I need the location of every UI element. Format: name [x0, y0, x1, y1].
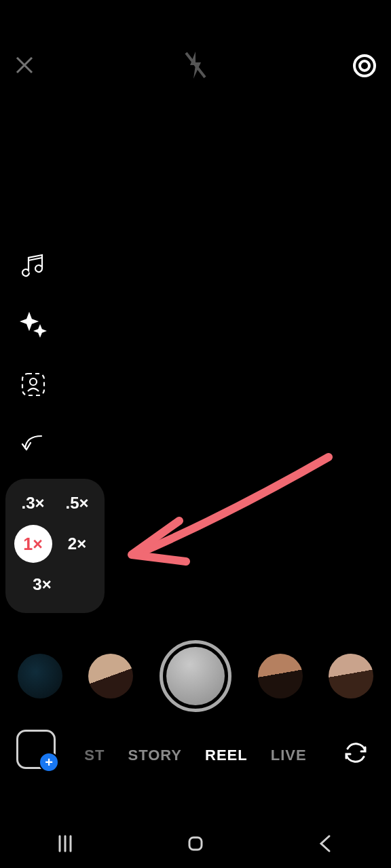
effect-thumb-1[interactable]: [18, 654, 62, 698]
svg-point-2: [360, 61, 369, 71]
speed-option-3x[interactable]: 3×: [23, 575, 61, 594]
reply-icon: [20, 431, 47, 458]
effect-thumb-4[interactable]: [329, 654, 373, 698]
shutter-inner: [166, 647, 225, 705]
greenscreen-button[interactable]: [19, 370, 48, 399]
flash-off-icon: [182, 50, 209, 80]
android-home-button[interactable]: [181, 829, 210, 859]
music-button[interactable]: [19, 251, 48, 279]
mode-post[interactable]: ST: [84, 747, 105, 764]
greenscreen-icon: [20, 371, 47, 398]
close-button[interactable]: [10, 50, 39, 80]
mode-live[interactable]: LIVE: [271, 747, 307, 764]
speed-option-0-5x[interactable]: .5×: [58, 494, 96, 513]
speed-panel: .3× .5× 1× 2× 3×: [5, 479, 105, 613]
gear-icon: [351, 52, 378, 79]
close-icon: [14, 55, 35, 75]
music-icon: [20, 252, 46, 278]
mode-tabs: ST STORY REEL LIVE: [0, 742, 391, 769]
android-recent-apps-button[interactable]: [50, 829, 80, 859]
annotation-arrow: [111, 448, 342, 583]
speed-option-1x[interactable]: 1×: [14, 525, 52, 563]
speed-option-2x[interactable]: 2×: [58, 534, 96, 553]
speed-option-0-3x[interactable]: .3×: [14, 494, 52, 513]
camera-flip-icon: [342, 739, 369, 766]
effect-thumb-3[interactable]: [258, 654, 303, 698]
svg-point-4: [30, 378, 37, 385]
shutter-button[interactable]: [160, 640, 231, 712]
android-nav-bar: [0, 827, 391, 860]
settings-button[interactable]: [348, 49, 381, 83]
mode-story[interactable]: STORY: [128, 747, 182, 764]
effects-strip: [0, 640, 391, 712]
recent-apps-icon: [55, 833, 75, 854]
flash-toggle[interactable]: [179, 49, 212, 81]
svg-rect-5: [189, 837, 202, 850]
mode-reel[interactable]: REEL: [205, 747, 248, 764]
back-icon: [316, 833, 336, 854]
effects-button[interactable]: [19, 311, 48, 339]
home-icon: [185, 833, 206, 854]
side-toolbar: 90: [19, 251, 48, 518]
svg-point-1: [354, 56, 375, 76]
reply-button[interactable]: [19, 430, 48, 458]
effect-thumb-2[interactable]: [88, 654, 133, 698]
android-back-button[interactable]: [311, 829, 341, 859]
sparkles-icon: [20, 311, 47, 338]
camera-flip-button[interactable]: [341, 738, 371, 768]
